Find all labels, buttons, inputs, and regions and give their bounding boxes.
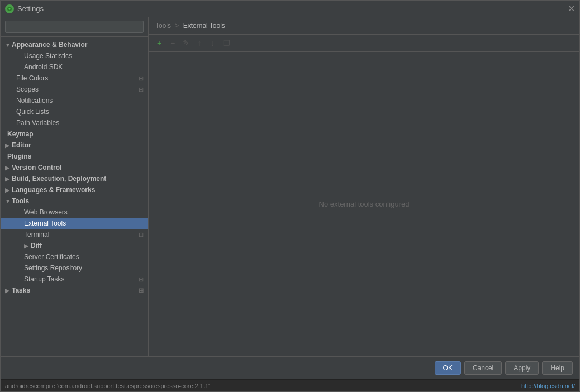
edit-icon: ✎ <box>183 39 189 47</box>
bottom-bar-link: http://blog.csdn.net/ <box>521 383 575 389</box>
sidebar-item-editor[interactable]: ▶ Editor <box>1 140 148 151</box>
sidebar: ▼ Appearance & Behavior Usage Statistics… <box>1 17 149 356</box>
sidebar-item-build-execution[interactable]: ▶ Build, Execution, Deployment <box>1 173 148 184</box>
up-icon: ↑ <box>198 39 202 47</box>
title-bar-left: Settings <box>5 4 44 13</box>
title-bar: Settings ✕ <box>1 1 579 17</box>
settings-window: Settings ✕ ▼ Appearance & Behavior Usage… <box>0 0 580 392</box>
copy-button[interactable]: ❐ <box>220 37 232 49</box>
sidebar-item-file-colors[interactable]: File Colors ⊞ <box>1 73 148 84</box>
sidebar-label-startup-tasks: Startup Tasks <box>24 275 139 283</box>
sidebar-label-tools: Tools <box>12 197 29 205</box>
ok-button[interactable]: OK <box>435 361 461 375</box>
sidebar-item-scopes[interactable]: Scopes ⊞ <box>1 84 148 95</box>
sidebar-label-version-control: Version Control <box>12 164 61 171</box>
search-box <box>1 17 148 37</box>
sidebar-label-appearance-behavior: Appearance & Behavior <box>12 41 87 49</box>
add-icon: + <box>157 39 161 47</box>
main-panel: Tools > External Tools + − ✎ ↑ <box>149 17 579 356</box>
build-arrow: ▶ <box>5 176 11 182</box>
sidebar-label-diff: Diff <box>31 242 42 250</box>
sidebar-item-appearance-behavior[interactable]: ▼ Appearance & Behavior <box>1 39 148 50</box>
sidebar-label-settings-repository: Settings Repository <box>24 264 82 272</box>
lang-arrow: ▶ <box>5 187 11 193</box>
remove-icon: − <box>170 39 175 47</box>
sidebar-item-tasks[interactable]: ▶ Tasks ⊞ <box>1 285 148 296</box>
close-button[interactable]: ✕ <box>568 4 575 13</box>
sidebar-item-quick-lists[interactable]: Quick Lists <box>1 106 148 117</box>
sidebar-label-keymap: Keymap <box>7 130 34 138</box>
sidebar-item-server-certificates[interactable]: Server Certificates <box>1 251 148 262</box>
sidebar-item-usage-statistics[interactable]: Usage Statistics <box>1 50 148 61</box>
sidebar-item-path-variables[interactable]: Path Variables <box>1 117 148 128</box>
sidebar-item-plugins[interactable]: Plugins <box>1 151 148 162</box>
sidebar-item-external-tools[interactable]: External Tools <box>1 218 148 229</box>
diff-arrow: ▶ <box>24 243 30 249</box>
vc-arrow: ▶ <box>5 165 11 171</box>
sidebar-label-plugins: Plugins <box>7 152 31 160</box>
sidebar-item-web-browsers[interactable]: Web Browsers <box>1 207 148 218</box>
copy-icon: ❐ <box>223 39 230 47</box>
sidebar-label-android-sdk: Android SDK <box>24 63 63 71</box>
sidebar-item-startup-tasks[interactable]: Startup Tasks ⊞ <box>1 274 148 285</box>
terminal-badge: ⊞ <box>139 231 144 238</box>
sidebar-item-terminal[interactable]: Terminal ⊞ <box>1 229 148 240</box>
breadcrumb-separator: > <box>175 22 179 30</box>
toolbar: + − ✎ ↑ ↓ ❐ <box>149 35 579 52</box>
remove-button[interactable]: − <box>167 37 179 49</box>
sidebar-label-usage-statistics: Usage Statistics <box>24 52 72 60</box>
edit-button[interactable]: ✎ <box>180 37 192 49</box>
sidebar-tree: ▼ Appearance & Behavior Usage Statistics… <box>1 37 148 356</box>
footer: OK Cancel Apply Help <box>1 356 579 379</box>
cancel-button[interactable]: Cancel <box>464 361 502 375</box>
sidebar-item-languages-frameworks[interactable]: ▶ Languages & Frameworks <box>1 184 148 195</box>
sidebar-label-scopes: Scopes <box>16 85 139 93</box>
sidebar-label-path-variables: Path Variables <box>16 119 59 127</box>
sidebar-item-keymap[interactable]: Keymap <box>1 128 148 140</box>
sidebar-item-android-sdk[interactable]: Android SDK <box>1 61 148 73</box>
search-input[interactable] <box>5 21 144 33</box>
editor-arrow: ▶ <box>5 142 11 149</box>
file-colors-badge: ⊞ <box>139 75 144 82</box>
apply-button[interactable]: Apply <box>505 361 539 375</box>
startup-badge: ⊞ <box>139 276 144 283</box>
sidebar-item-notifications[interactable]: Notifications <box>1 95 148 106</box>
sidebar-item-settings-repository[interactable]: Settings Repository <box>1 262 148 274</box>
move-down-button[interactable]: ↓ <box>207 37 219 49</box>
help-button[interactable]: Help <box>542 361 573 375</box>
sidebar-label-file-colors: File Colors <box>16 74 139 82</box>
sidebar-label-build-execution: Build, Execution, Deployment <box>12 175 106 183</box>
tasks-badge: ⊞ <box>139 287 144 294</box>
sidebar-label-languages-frameworks: Languages & Frameworks <box>12 186 95 194</box>
sidebar-label-external-tools: External Tools <box>24 219 66 227</box>
down-icon: ↓ <box>211 39 215 47</box>
bottom-bar-text: androidrescompile 'com.android.support.t… <box>5 383 210 389</box>
breadcrumb-current: External Tools <box>183 22 225 30</box>
sidebar-item-tools[interactable]: ▼ Tools <box>1 195 148 207</box>
breadcrumb-parent: Tools <box>155 22 171 30</box>
expand-arrow: ▼ <box>5 42 11 48</box>
tools-arrow: ▼ <box>5 198 11 204</box>
sidebar-label-terminal: Terminal <box>24 231 139 238</box>
tasks-arrow: ▶ <box>5 288 11 294</box>
empty-message: No external tools configured <box>319 200 410 208</box>
content-area: No external tools configured <box>149 52 579 356</box>
breadcrumb: Tools > External Tools <box>149 17 579 35</box>
sidebar-label-editor: Editor <box>12 141 31 149</box>
sidebar-label-notifications: Notifications <box>16 97 53 104</box>
window-title: Settings <box>17 4 44 13</box>
sidebar-label-web-browsers: Web Browsers <box>24 208 68 216</box>
sidebar-item-diff[interactable]: ▶ Diff <box>1 240 148 251</box>
scopes-badge: ⊞ <box>139 86 144 93</box>
move-up-button[interactable]: ↑ <box>193 37 206 49</box>
sidebar-label-server-certificates: Server Certificates <box>24 253 79 261</box>
sidebar-label-quick-lists: Quick Lists <box>16 108 49 116</box>
sidebar-item-version-control[interactable]: ▶ Version Control <box>1 162 148 173</box>
bottom-bar: androidrescompile 'com.android.support.t… <box>1 379 579 391</box>
app-icon <box>5 4 14 13</box>
add-button[interactable]: + <box>153 37 165 49</box>
main-content: ▼ Appearance & Behavior Usage Statistics… <box>1 17 579 356</box>
sidebar-label-tasks: Tasks <box>12 286 137 294</box>
